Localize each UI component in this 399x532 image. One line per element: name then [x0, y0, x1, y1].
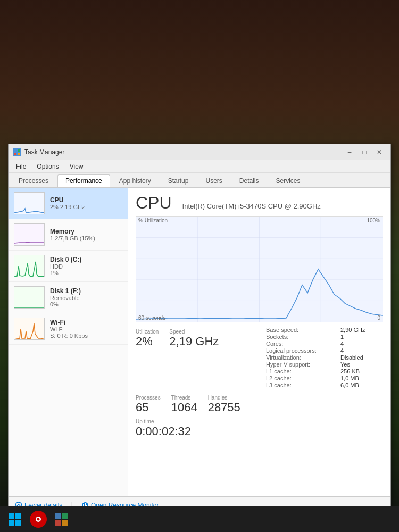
spacer: Base speed: 2,90 GHz Sockets: 1 Cores: 4…: [229, 327, 383, 388]
main-subtitle: Intel(R) Core(TM) i5-3470S CPU @ 2.90GHz: [182, 202, 321, 210]
svg-rect-40: [55, 520, 61, 526]
cortana-circle: [30, 511, 47, 528]
chart-x-min: 0: [377, 315, 380, 321]
speed-block: Speed 2,19 GHz: [169, 327, 219, 388]
window-controls: – □ ✕: [343, 147, 386, 157]
cpu-mini-chart: [14, 192, 45, 214]
tab-details[interactable]: Details: [231, 174, 267, 187]
disk1-info: Disk 1 (F:) Removable 0%: [50, 287, 122, 307]
handles-value: 28755: [208, 401, 240, 414]
l3-value: 6,0 MB: [340, 382, 383, 388]
hyperv-value: Yes: [340, 361, 383, 368]
base-speed-label: Base speed:: [266, 327, 336, 333]
chart-y-max: 100%: [367, 218, 380, 223]
base-speed-value: 2,90 GHz: [340, 327, 383, 333]
speed-value: 2,19 GHz: [169, 335, 219, 348]
threads-block: Threads 1064: [171, 393, 197, 414]
wifi-info: Wi-Fi Wi-Fi S: 0 R: 0 Kbps: [50, 319, 122, 339]
processes-block: Processes 65: [136, 393, 161, 414]
svg-rect-34: [15, 520, 21, 526]
svg-rect-11: [14, 287, 45, 309]
restore-button[interactable]: □: [358, 147, 371, 157]
tab-processes[interactable]: Processes: [11, 174, 56, 187]
tab-startup[interactable]: Startup: [160, 174, 197, 187]
menu-bar: File Options View: [9, 160, 390, 173]
main-title: CPU: [136, 193, 172, 213]
threads-value: 1064: [171, 401, 197, 414]
tab-app-history[interactable]: App history: [111, 174, 159, 187]
utilization-value: 2%: [136, 335, 159, 348]
menu-view[interactable]: View: [64, 162, 89, 171]
svg-rect-39: [62, 513, 68, 519]
disk0-info: Disk 0 (C:) HDD 1%: [50, 256, 122, 276]
disk1-label: Disk 1 (F:): [50, 287, 122, 295]
handles-label: Handles: [208, 395, 240, 401]
disk0-mini-chart: [14, 255, 45, 277]
sidebar-item-wifi[interactable]: Wi-Fi Wi-Fi S: 0 R: 0 Kbps: [9, 313, 128, 345]
logical-label: Logical processors:: [266, 347, 336, 354]
tab-performance[interactable]: Performance: [57, 174, 110, 187]
l1-value: 256 KB: [340, 368, 383, 375]
svg-rect-31: [9, 513, 14, 519]
svg-rect-33: [9, 520, 14, 526]
svg-rect-13: [14, 318, 45, 340]
disk1-usage: 0%: [50, 301, 122, 307]
virtualization-value: Disabled: [340, 354, 383, 361]
main-panel: CPU Intel(R) Core(TM) i5-3470S CPU @ 2.9…: [128, 188, 390, 496]
tab-bar: Processes Performance App history Startu…: [9, 173, 390, 188]
sidebar-item-disk0[interactable]: Disk 0 (C:) HDD 1%: [9, 251, 128, 282]
taskbar-cortana-icon[interactable]: [28, 509, 49, 530]
cores-label: Cores:: [266, 340, 336, 347]
disk1-type: Removable: [50, 295, 122, 301]
svg-rect-38: [55, 513, 61, 519]
taskbar-task-manager-icon[interactable]: [51, 509, 72, 530]
handles-block: Handles 28755: [208, 393, 240, 414]
disk1-mini-chart: [14, 286, 45, 309]
svg-rect-41: [62, 520, 68, 526]
main-header: CPU Intel(R) Core(TM) i5-3470S CPU @ 2.9…: [136, 193, 383, 213]
disk0-type: HDD: [50, 263, 122, 270]
sidebar-item-memory[interactable]: Memory 1,2/7,8 GB (15%): [9, 219, 128, 251]
taskbar-start-icon[interactable]: [4, 509, 26, 530]
svg-rect-3: [18, 153, 20, 155]
sidebar-item-disk1[interactable]: Disk 1 (F:) Removable 0%: [9, 282, 128, 313]
menu-options[interactable]: Options: [31, 162, 64, 171]
l2-label: L2 cache:: [266, 375, 336, 381]
cpu-label: CPU: [50, 196, 122, 204]
cpu-usage: 2% 2,19 GHz: [50, 204, 122, 210]
memory-mini-chart: [14, 223, 45, 246]
tab-services[interactable]: Services: [268, 174, 309, 187]
cpu-info: CPU 2% 2,19 GHz: [50, 196, 122, 210]
window-title: Task Manager: [24, 148, 343, 156]
memory-usage: 1,2/7,8 GB (15%): [50, 235, 122, 242]
disk0-label: Disk 0 (C:): [50, 256, 122, 263]
title-bar: Task Manager – □ ✕: [9, 144, 390, 160]
memory-label: Memory: [50, 228, 122, 235]
cpu-chart: % Utilization 100%: [136, 216, 383, 322]
menu-file[interactable]: File: [11, 162, 31, 171]
tab-users[interactable]: Users: [197, 174, 230, 187]
disk0-usage: 1%: [50, 270, 122, 276]
uptime-block: Up time 0:00:02:32: [136, 419, 383, 438]
svg-rect-2: [14, 153, 16, 155]
svg-rect-5: [14, 193, 45, 214]
hyperv-label: Hyper-V support:: [266, 361, 336, 368]
wifi-speed: S: 0 R: 0 Kbps: [50, 332, 122, 339]
minimize-button[interactable]: –: [343, 147, 356, 157]
chart-x-label: 60 seconds: [138, 315, 165, 321]
cores-value: 4: [340, 340, 383, 347]
sidebar: CPU 2% 2,19 GHz Memory 1,2/7,8 GB (15%): [9, 188, 128, 496]
processes-value: 65: [136, 401, 161, 414]
l3-label: L3 cache:: [266, 382, 336, 388]
wifi-label: Wi-Fi: [50, 319, 122, 326]
utilization-label: Utilization: [136, 329, 159, 335]
content-area: CPU 2% 2,19 GHz Memory 1,2/7,8 GB (15%): [9, 188, 390, 496]
memory-info: Memory 1,2/7,8 GB (15%): [50, 228, 122, 242]
uptime-value: 0:00:02:32: [136, 425, 383, 438]
close-button[interactable]: ✕: [372, 147, 386, 157]
l1-label: L1 cache:: [266, 368, 336, 375]
wifi-type: Wi-Fi: [50, 326, 122, 332]
window-icon: [13, 148, 21, 156]
sidebar-item-cpu[interactable]: CPU 2% 2,19 GHz: [9, 188, 128, 219]
chart-y-label: % Utilization: [138, 218, 168, 223]
